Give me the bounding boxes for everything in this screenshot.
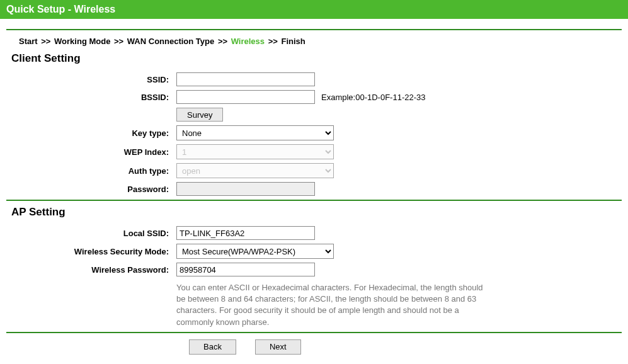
wepindex-select: 1 <box>176 144 334 159</box>
bssid-input[interactable] <box>176 90 315 104</box>
breadcrumb-sep: >> <box>41 37 50 46</box>
authtype-label: Auth type: <box>25 166 176 176</box>
wireless-password-label: Wireless Password: <box>25 265 176 275</box>
client-setting-form: SSID: BSSID: Example:00-1D-0F-11-22-33 S… <box>25 72 628 196</box>
keytype-label: Key type: <box>25 128 176 138</box>
breadcrumb-step-working-mode: Working Mode <box>54 37 110 46</box>
button-row: Back Next <box>189 339 628 355</box>
localssid-label: Local SSID: <box>25 229 176 238</box>
ssid-label: SSID: <box>25 75 176 84</box>
breadcrumb-sep: >> <box>268 37 278 46</box>
divider-top <box>6 29 622 30</box>
security-mode-select[interactable]: Most Secure(WPA/WPA2-PSK) <box>176 244 334 259</box>
breadcrumb-step-start: Start <box>19 37 38 46</box>
divider-bottom <box>6 332 622 333</box>
breadcrumb-step-finish: Finish <box>281 37 305 46</box>
ssid-input[interactable] <box>176 72 315 86</box>
breadcrumb-step-wan: WAN Connection Type <box>127 37 214 46</box>
security-mode-label: Wireless Security Mode: <box>25 247 176 256</box>
divider-mid <box>6 200 622 201</box>
breadcrumb: Start >> Working Mode >> WAN Connection … <box>19 37 622 46</box>
wepindex-label: WEP Index: <box>25 147 176 157</box>
next-button[interactable]: Next <box>255 339 301 355</box>
password-hint: You can enter ASCII or Hexadecimal chara… <box>176 282 491 328</box>
back-button[interactable]: Back <box>189 339 236 355</box>
ap-setting-heading: AP Setting <box>11 206 622 219</box>
keytype-select[interactable]: None <box>176 125 334 140</box>
client-password-label: Password: <box>25 185 176 194</box>
client-password-input <box>176 182 315 196</box>
client-setting-heading: Client Setting <box>11 52 622 65</box>
page-title: Quick Setup - Wireless <box>6 4 115 14</box>
bssid-label: BSSID: <box>25 93 176 102</box>
authtype-select: open <box>176 163 334 178</box>
ap-setting-form: Local SSID: Wireless Security Mode: Most… <box>25 226 628 328</box>
breadcrumb-sep: >> <box>218 37 227 46</box>
wireless-password-input[interactable] <box>176 263 315 276</box>
header-bar: Quick Setup - Wireless <box>0 0 628 19</box>
survey-button[interactable]: Survey <box>176 108 223 122</box>
breadcrumb-sep: >> <box>114 37 123 46</box>
bssid-example: Example:00-1D-0F-11-22-33 <box>321 93 425 102</box>
localssid-input[interactable] <box>176 226 315 240</box>
breadcrumb-step-wireless: Wireless <box>231 37 265 46</box>
